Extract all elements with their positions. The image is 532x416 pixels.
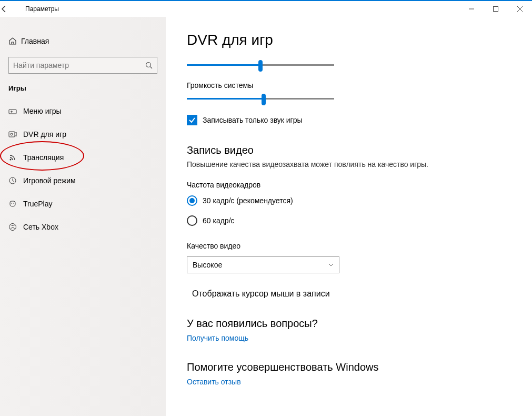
search-box[interactable] (8, 57, 157, 74)
feedback-title: Помогите усовершенствовать Windows (187, 361, 511, 373)
sidebar-item-label: Трансляция (23, 153, 64, 162)
sidebar: Главная Игры Меню игры DVR для игр (0, 17, 166, 416)
svg-point-11 (10, 159, 12, 161)
sidebar-item-game-mode[interactable]: Игровой режим (0, 169, 166, 192)
titlebar: Параметры (0, 0, 532, 17)
main-content: DVR для игр Громкость системы Записывать… (166, 17, 532, 416)
maximize-button[interactable] (484, 1, 508, 17)
help-link[interactable]: Получить помощь (187, 334, 511, 342)
slider-1[interactable] (187, 59, 334, 72)
sidebar-item-dvr[interactable]: DVR для игр (0, 123, 166, 146)
search-input[interactable] (13, 61, 145, 70)
video-section-desc: Повышение качества видеозахвата может по… (187, 160, 429, 170)
search-icon (145, 62, 153, 69)
svg-point-17 (9, 224, 16, 231)
framerate-label: Частота видеокадров (187, 181, 511, 189)
sidebar-item-label: Меню игры (23, 107, 62, 115)
game-mode-icon (8, 176, 23, 185)
select-value: Высокое (193, 261, 222, 269)
svg-point-15 (11, 203, 12, 204)
radio-label: 30 кадр/с (рекомендуется) (203, 196, 293, 205)
radio-60fps[interactable]: 60 кадр/с (187, 215, 511, 226)
video-section-title: Запись видео (187, 144, 511, 156)
page-title: DVR для игр (187, 32, 511, 48)
svg-rect-1 (494, 7, 498, 12)
close-button[interactable] (508, 1, 532, 17)
svg-line-14 (13, 181, 14, 182)
quality-label: Качество видео (187, 242, 511, 250)
home-icon (8, 37, 21, 45)
radio-30fps[interactable]: 30 кадр/с (рекомендуется) (187, 195, 511, 206)
dvr-icon (8, 130, 23, 138)
svg-line-5 (150, 67, 153, 69)
svg-point-10 (11, 133, 13, 135)
sidebar-item-label: Сеть Xbox (23, 223, 58, 231)
svg-point-4 (146, 63, 151, 67)
window-title: Параметры (25, 5, 59, 13)
questions-title: У вас появились вопросы? (187, 318, 511, 330)
chevron-down-icon (328, 263, 334, 266)
checkbox-label: Записывать только звук игры (203, 116, 303, 124)
home-nav[interactable]: Главная (0, 32, 166, 51)
checkbox-record-game-only[interactable]: Записывать только звук игры (187, 115, 511, 125)
sidebar-item-label: DVR для игр (23, 130, 66, 138)
sidebar-item-label: Игровой режим (23, 176, 76, 185)
checkbox-icon (187, 115, 197, 125)
minimize-button[interactable] (459, 1, 484, 17)
svg-point-16 (13, 203, 14, 204)
back-button[interactable] (0, 5, 25, 13)
checkbox-label: Отображать курсор мыши в записи (192, 289, 330, 299)
slider-system-volume[interactable] (187, 93, 334, 105)
sidebar-item-label: TruePlay (23, 200, 53, 208)
radio-label: 60 кадр/с (203, 216, 235, 225)
svg-rect-9 (9, 132, 15, 137)
quality-select[interactable]: Высокое (187, 256, 339, 273)
radio-icon (187, 195, 197, 206)
sidebar-item-game-bar[interactable]: Меню игры (0, 100, 166, 123)
feedback-link[interactable]: Оставить отзыв (187, 378, 511, 386)
sidebar-item-trueplay[interactable]: TruePlay (0, 192, 166, 215)
checkbox-show-cursor[interactable]: Отображать курсор мыши в записи (187, 289, 511, 299)
category-label: Игры (0, 84, 166, 92)
game-bar-icon (8, 107, 23, 115)
broadcast-icon (8, 153, 23, 162)
sidebar-item-broadcast[interactable]: Трансляция (0, 146, 166, 169)
system-volume-label: Громкость системы (187, 81, 511, 90)
trueplay-icon (8, 200, 23, 208)
xbox-icon (8, 223, 23, 231)
home-label: Главная (21, 37, 49, 45)
sidebar-item-xbox[interactable]: Сеть Xbox (0, 215, 166, 239)
radio-icon (187, 215, 197, 226)
